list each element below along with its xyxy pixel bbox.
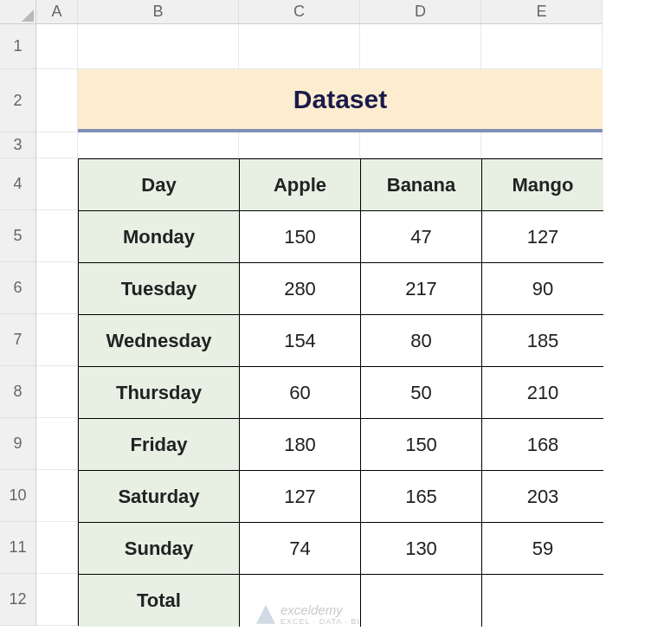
day-thursday[interactable]: Thursday: [79, 367, 240, 419]
cell-wed-banana[interactable]: 80: [361, 315, 482, 367]
header-banana[interactable]: Banana: [361, 159, 482, 211]
cell-fri-apple[interactable]: 180: [240, 419, 361, 471]
cell-D1[interactable]: [360, 24, 481, 69]
cell-E1[interactable]: [481, 24, 603, 69]
cell-total-banana[interactable]: [361, 575, 482, 627]
cell-thu-banana[interactable]: 50: [361, 367, 482, 419]
cell-A3[interactable]: [36, 132, 78, 158]
col-header-E[interactable]: E: [481, 0, 603, 24]
cell-tue-apple[interactable]: 280: [240, 263, 361, 315]
cell-wed-mango[interactable]: 185: [482, 315, 603, 367]
row-header-12[interactable]: 12: [0, 574, 36, 626]
col-header-A[interactable]: A: [36, 0, 78, 24]
row-header-7[interactable]: 7: [0, 314, 36, 366]
cell-C1[interactable]: [239, 24, 360, 69]
watermark-logo-icon: [256, 605, 275, 624]
cell-A4[interactable]: [36, 158, 78, 210]
cell-B1[interactable]: [78, 24, 239, 69]
cell-sat-apple[interactable]: 127: [240, 471, 361, 523]
row-header-6[interactable]: 6: [0, 262, 36, 314]
cell-tue-banana[interactable]: 217: [361, 263, 482, 315]
row-header-10[interactable]: 10: [0, 470, 36, 522]
cell-A1[interactable]: [36, 24, 78, 69]
cell-A12[interactable]: [36, 574, 78, 626]
row-header-5[interactable]: 5: [0, 210, 36, 262]
cell-thu-mango[interactable]: 210: [482, 367, 603, 419]
watermark: exceldemy EXCEL · DATA · BI: [256, 603, 360, 626]
select-all-corner[interactable]: [0, 0, 36, 24]
col-header-D[interactable]: D: [360, 0, 481, 24]
day-monday[interactable]: Monday: [79, 211, 240, 263]
row-header-11[interactable]: 11: [0, 522, 36, 574]
cell-fri-mango[interactable]: 168: [482, 419, 603, 471]
row-header-2[interactable]: 2: [0, 69, 36, 132]
spreadsheet-grid: A B C D E 1 2 Dataset 3 4 5 6 7 8 9 10 1…: [0, 0, 664, 626]
cell-A5[interactable]: [36, 210, 78, 262]
row-header-1[interactable]: 1: [0, 24, 36, 69]
cell-D3[interactable]: [360, 132, 481, 158]
cell-A11[interactable]: [36, 522, 78, 574]
day-tuesday[interactable]: Tuesday: [79, 263, 240, 315]
cell-A7[interactable]: [36, 314, 78, 366]
day-friday[interactable]: Friday: [79, 419, 240, 471]
header-apple[interactable]: Apple: [240, 159, 361, 211]
cell-tue-mango[interactable]: 90: [482, 263, 603, 315]
cell-sun-banana[interactable]: 130: [361, 523, 482, 575]
watermark-text: exceldemy EXCEL · DATA · BI: [280, 603, 360, 626]
cell-A9[interactable]: [36, 418, 78, 470]
col-header-C[interactable]: C: [239, 0, 360, 24]
cell-E3[interactable]: [481, 132, 603, 158]
cell-mon-apple[interactable]: 150: [240, 211, 361, 263]
cell-A8[interactable]: [36, 366, 78, 418]
header-mango[interactable]: Mango: [482, 159, 603, 211]
cell-mon-mango[interactable]: 127: [482, 211, 603, 263]
row-header-4[interactable]: 4: [0, 158, 36, 210]
cell-A6[interactable]: [36, 262, 78, 314]
cell-A10[interactable]: [36, 470, 78, 522]
cell-sat-mango[interactable]: 203: [482, 471, 603, 523]
cell-C3[interactable]: [239, 132, 360, 158]
row-header-3[interactable]: 3: [0, 132, 36, 158]
cell-sat-banana[interactable]: 165: [361, 471, 482, 523]
data-table: Day Apple Banana Mango Monday 150 47 127…: [78, 158, 603, 626]
row-header-9[interactable]: 9: [0, 418, 36, 470]
dataset-title[interactable]: Dataset: [78, 69, 603, 132]
cell-sun-apple[interactable]: 74: [240, 523, 361, 575]
cell-fri-banana[interactable]: 150: [361, 419, 482, 471]
cell-wed-apple[interactable]: 154: [240, 315, 361, 367]
day-wednesday[interactable]: Wednesday: [79, 315, 240, 367]
cell-B3[interactable]: [78, 132, 239, 158]
day-sunday[interactable]: Sunday: [79, 523, 240, 575]
day-saturday[interactable]: Saturday: [79, 471, 240, 523]
cell-thu-apple[interactable]: 60: [240, 367, 361, 419]
header-day[interactable]: Day: [79, 159, 240, 211]
cell-total-mango[interactable]: [482, 575, 603, 627]
col-header-B[interactable]: B: [78, 0, 239, 24]
cell-A2[interactable]: [36, 69, 78, 132]
cell-mon-banana[interactable]: 47: [361, 211, 482, 263]
cell-sun-mango[interactable]: 59: [482, 523, 603, 575]
total-label[interactable]: Total: [79, 575, 240, 627]
row-header-8[interactable]: 8: [0, 366, 36, 418]
